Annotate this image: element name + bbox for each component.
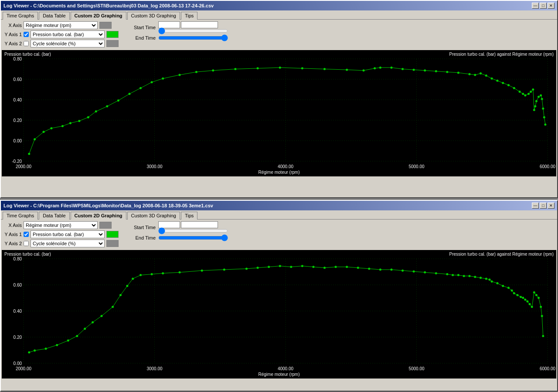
window-title-1: Log Viewer - C:\Documents and Settings\S… bbox=[3, 3, 214, 8]
start-time-row-2: Start Time bbox=[132, 221, 228, 233]
yaxis2-select-2[interactable]: Cycle solénoïde (%) bbox=[31, 240, 105, 247]
yaxis1-select-1[interactable]: Pression turbo cal. (bar) bbox=[31, 30, 105, 38]
controls-area-2: X Axis Régime moteur (rpm) Y Axis 1 Pres… bbox=[1, 220, 557, 249]
tab-tips-1[interactable]: Tips bbox=[181, 12, 197, 20]
yaxis1-color-1 bbox=[106, 31, 119, 38]
xaxis-select-1[interactable]: Régime moteur (rpm) bbox=[24, 21, 98, 29]
end-time-slider-2[interactable] bbox=[158, 235, 228, 240]
window-controls-2: — □ ✕ bbox=[532, 203, 555, 209]
start-time-label-1: Start Time bbox=[132, 25, 156, 30]
yaxis2-row-2: Y Axis 2 Cycle solénoïde (%) bbox=[4, 240, 119, 247]
tab-bar-1: Time Graphs Data Table Custom 2D Graphin… bbox=[1, 10, 557, 20]
controls-area-1: X Axis Régime moteur (rpm) Y Axis 1 Pres… bbox=[1, 20, 557, 49]
tab-custom-2d-2[interactable]: Custom 2D Graphing bbox=[71, 212, 126, 220]
chart-2: Pression turbo cal. (bar) Pression turbo… bbox=[2, 250, 556, 378]
xaxis-row-1: X Axis Régime moteur (rpm) bbox=[4, 21, 119, 29]
chart-canvas-1 bbox=[2, 50, 556, 176]
tab-custom-3d-2[interactable]: Custom 3D Graphing bbox=[127, 212, 180, 220]
tab-time-graphs-1[interactable]: Time Graphs bbox=[3, 12, 38, 20]
end-time-row-1: End Time bbox=[132, 35, 228, 41]
minimize-btn-1[interactable]: — bbox=[532, 3, 539, 9]
start-time-label-2: Start Time bbox=[132, 225, 156, 230]
chart-bottom-label-1: Régime moteur (rpm) bbox=[258, 170, 299, 175]
yaxis1-label-2: Y Axis 1 bbox=[4, 232, 22, 237]
minimize-btn-2[interactable]: — bbox=[532, 203, 539, 209]
end-time-label-2: End Time bbox=[132, 235, 156, 240]
yaxis1-row-1: Y Axis 1 Pression turbo cal. (bar) bbox=[4, 30, 119, 38]
chart-right-label-1: Pression turbo cal. (bar) against Régime… bbox=[449, 52, 554, 57]
yaxis2-checkbox-2[interactable] bbox=[24, 241, 29, 246]
chart-1: Pression turbo cal. (bar) Pression turbo… bbox=[2, 50, 556, 176]
end-time-slider-container-2 bbox=[158, 235, 228, 240]
end-time-row-2: End Time bbox=[132, 235, 228, 240]
time-controls-2: Start Time End Time bbox=[132, 221, 228, 240]
maximize-btn-2[interactable]: □ bbox=[540, 203, 547, 209]
chart-canvas-2 bbox=[2, 250, 556, 378]
yaxis1-checkbox-1[interactable] bbox=[24, 32, 29, 37]
start-time-slider-container-1 bbox=[158, 21, 228, 34]
end-time-slider-1[interactable] bbox=[158, 35, 228, 41]
tab-custom-3d-1[interactable]: Custom 3D Graphing bbox=[127, 12, 180, 20]
window-1: Log Viewer - C:\Documents and Settings\S… bbox=[0, 0, 558, 198]
xaxis-color-2 bbox=[99, 222, 112, 229]
tab-time-graphs-2[interactable]: Time Graphs bbox=[3, 212, 38, 220]
yaxis2-color-1 bbox=[106, 40, 119, 47]
yaxis2-row-1: Y Axis 2 Cycle solénoïde (%) bbox=[4, 40, 119, 47]
maximize-btn-1[interactable]: □ bbox=[540, 3, 547, 9]
close-btn-2[interactable]: ✕ bbox=[548, 203, 555, 209]
xaxis-row-2: X Axis Régime moteur (rpm) bbox=[4, 221, 119, 229]
start-time-row-1: Start Time bbox=[132, 21, 228, 34]
title-bar-2: Log Viewer - C:\Program Files\WPSM\Logs\… bbox=[1, 201, 557, 210]
yaxis2-label-1: Y Axis 2 bbox=[4, 41, 22, 46]
yaxis1-checkbox-2[interactable] bbox=[24, 232, 29, 237]
window-title-2: Log Viewer - C:\Program Files\WPSM\Logs\… bbox=[3, 203, 213, 208]
start-time-slider-1[interactable] bbox=[158, 28, 228, 34]
xaxis-select-2[interactable]: Régime moteur (rpm) bbox=[24, 221, 98, 229]
start-time-slider-2[interactable] bbox=[158, 228, 228, 233]
chart-right-label-2: Pression turbo cal. (bar) against Régime… bbox=[449, 252, 554, 257]
yaxis2-label-2: Y Axis 2 bbox=[4, 241, 22, 246]
tab-tips-2[interactable]: Tips bbox=[181, 212, 197, 220]
tab-data-table-2[interactable]: Data Table bbox=[39, 212, 69, 220]
window-controls-1: — □ ✕ bbox=[532, 3, 555, 9]
xaxis-label-2: X Axis bbox=[4, 223, 22, 228]
chart-bottom-label-2: Régime moteur (rpm) bbox=[258, 372, 299, 377]
xaxis-color-1 bbox=[99, 22, 112, 29]
tab-bar-2: Time Graphs Data Table Custom 2D Graphin… bbox=[1, 210, 557, 220]
tab-data-table-1[interactable]: Data Table bbox=[39, 12, 69, 20]
time-controls-1: Start Time End Time bbox=[132, 21, 228, 41]
xaxis-label-1: X Axis bbox=[4, 23, 22, 28]
yaxis2-color-2 bbox=[106, 240, 119, 247]
close-btn-1[interactable]: ✕ bbox=[548, 3, 555, 9]
window-2: Log Viewer - C:\Program Files\WPSM\Logs\… bbox=[0, 200, 558, 392]
axis-controls-1: X Axis Régime moteur (rpm) Y Axis 1 Pres… bbox=[4, 21, 119, 47]
yaxis2-select-1[interactable]: Cycle solénoïde (%) bbox=[31, 40, 105, 47]
axis-controls-2: X Axis Régime moteur (rpm) Y Axis 1 Pres… bbox=[4, 221, 119, 247]
end-time-slider-container-1 bbox=[158, 35, 228, 41]
yaxis1-label-1: Y Axis 1 bbox=[4, 32, 22, 37]
yaxis1-row-2: Y Axis 1 Pression turbo cal. (bar) bbox=[4, 230, 119, 238]
title-bar-1: Log Viewer - C:\Documents and Settings\S… bbox=[1, 1, 557, 10]
chart-left-label-1: Pression turbo cal. (bar) bbox=[4, 52, 51, 57]
start-time-slider-container-2 bbox=[158, 221, 228, 233]
yaxis2-checkbox-1[interactable] bbox=[24, 41, 29, 46]
tab-custom-2d-1[interactable]: Custom 2D Graphing bbox=[71, 12, 126, 20]
yaxis1-select-2[interactable]: Pression turbo cal. (bar) bbox=[31, 230, 105, 238]
end-time-label-1: End Time bbox=[132, 35, 156, 41]
yaxis1-color-2 bbox=[106, 231, 119, 238]
chart-left-label-2: Pression turbo cal. (bar) bbox=[4, 252, 51, 257]
